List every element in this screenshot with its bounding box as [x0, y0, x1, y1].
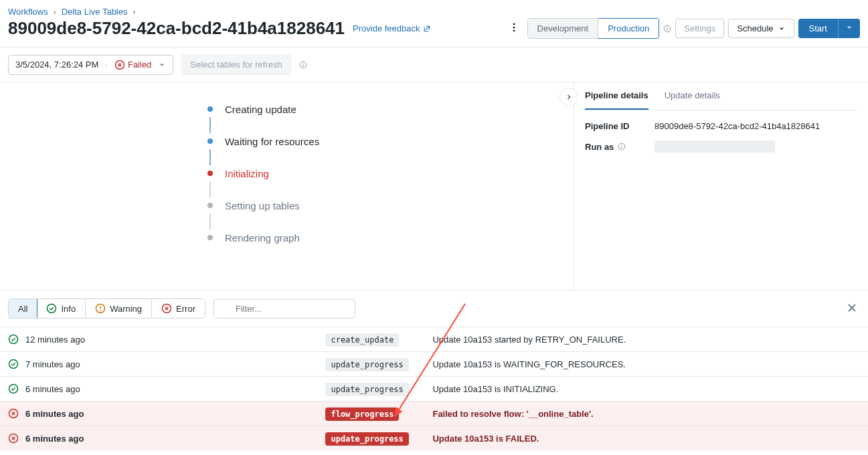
breadcrumb-dlt[interactable]: Delta Live Tables	[62, 7, 128, 17]
error-icon	[161, 303, 172, 314]
schedule-label: Schedule	[737, 23, 773, 33]
filter-warning[interactable]: Warning	[86, 299, 152, 318]
log-time: 12 minutes ago	[25, 335, 85, 345]
pipeline-id-label: Pipeline ID	[585, 121, 655, 131]
info-icon[interactable]	[618, 143, 626, 151]
log-time: 6 minutes ago	[25, 409, 84, 419]
filter-warning-label: Warning	[110, 304, 142, 314]
stage-dot	[207, 203, 213, 208]
filter-error-label: Error	[176, 304, 195, 314]
development-tab[interactable]: Development	[527, 18, 599, 39]
check-circle-icon	[8, 383, 19, 394]
close-icon	[847, 302, 857, 313]
info-icon[interactable]	[663, 25, 671, 33]
tab-update-details[interactable]: Update details	[665, 82, 720, 110]
filter-all[interactable]: All	[8, 298, 37, 318]
select-tables-button: Select tables for refresh	[181, 54, 290, 75]
stage-initializing: Initializing	[225, 168, 269, 179]
log-level-filter: All Info Warning Error	[8, 298, 205, 318]
more-options-button[interactable]	[505, 18, 523, 39]
stage-dot	[207, 106, 213, 112]
filter-info[interactable]: Info	[37, 299, 86, 318]
chevron-down-icon	[845, 23, 853, 31]
log-filter-input[interactable]	[213, 299, 355, 318]
run-timestamp: 3/5/2024, 7:26:24 PM	[15, 60, 98, 70]
breadcrumb-workflows[interactable]: Workflows	[8, 7, 48, 17]
chevron-right-icon	[565, 93, 573, 101]
provide-feedback-label: Provide feedback	[353, 23, 420, 33]
stage-setting-up-tables: Setting up tables	[225, 200, 300, 211]
filter-error[interactable]: Error	[152, 299, 205, 318]
info-icon[interactable]	[299, 61, 307, 69]
check-circle-icon	[8, 334, 19, 345]
mode-segment: Development Production	[527, 18, 660, 39]
kebab-icon	[509, 22, 519, 33]
production-tab[interactable]: Production	[598, 18, 659, 39]
log-tag: update_progress	[325, 432, 408, 446]
log-message: Failed to resolve flow: '__online_table'…	[424, 401, 868, 426]
run-as-label: Run as	[585, 142, 614, 152]
run-selector[interactable]: 3/5/2024, 7:26:24 PM · Failed	[8, 55, 173, 75]
log-table: 12 minutes ago create_update Update 10a1…	[0, 327, 868, 450]
log-row[interactable]: 6 minutes ago update_progress Update 10a…	[0, 377, 868, 401]
stage-dot	[207, 139, 213, 144]
log-time: 6 minutes ago	[25, 384, 80, 394]
check-circle-icon	[46, 303, 57, 314]
filter-info-label: Info	[61, 304, 76, 314]
chevron-down-icon	[158, 61, 166, 69]
schedule-button[interactable]: Schedule	[728, 19, 794, 38]
tab-pipeline-details[interactable]: Pipeline details	[585, 82, 648, 110]
run-as-value	[655, 141, 775, 153]
log-tag: flow_progress	[325, 407, 399, 421]
start-dropdown-button[interactable]	[838, 19, 860, 38]
log-tag: update_progress	[325, 358, 408, 371]
error-icon	[8, 433, 19, 444]
chevron-right-icon: ›	[133, 7, 135, 17]
chevron-down-icon	[778, 25, 786, 33]
log-message: Update 10a153 is FAILED.	[424, 426, 868, 451]
log-row[interactable]: 12 minutes ago create_update Update 10a1…	[0, 327, 868, 352]
error-icon	[8, 408, 19, 419]
stage-creating-update: Creating update	[225, 104, 296, 115]
run-status-label: Failed	[128, 60, 151, 70]
log-message: Update 10a153 is INITIALIZING.	[424, 377, 868, 401]
provide-feedback-link[interactable]: Provide feedback	[353, 23, 430, 33]
log-row[interactable]: 7 minutes ago update_progress Update 10a…	[0, 352, 868, 377]
log-time: 6 minutes ago	[25, 434, 84, 444]
breadcrumb: Workflows › Delta Live Tables ›	[0, 0, 868, 17]
run-status-failed: Failed	[114, 60, 151, 70]
log-row[interactable]: 6 minutes ago update_progress Update 10a…	[0, 426, 868, 451]
close-logs-button[interactable]	[844, 300, 860, 318]
stage-waiting-resources: Waiting for resources	[225, 136, 319, 147]
start-group: Start	[798, 19, 860, 38]
settings-button[interactable]: Settings	[675, 19, 724, 38]
stage-dot	[207, 171, 213, 176]
error-icon	[114, 60, 125, 70]
chevron-right-icon: ›	[54, 7, 56, 17]
log-message: Update 10a153 is WAITING_FOR_RESOURCES.	[424, 352, 868, 377]
log-row[interactable]: 6 minutes ago flow_progress Failed to re…	[0, 401, 868, 426]
details-sidebar: Pipeline details Update details Pipeline…	[574, 82, 868, 290]
start-button[interactable]: Start	[798, 19, 838, 38]
stage-rendering-graph: Rendering graph	[225, 232, 300, 244]
pipeline-id-value: 89009de8-5792-42ca-bcd2-41b4a1828641	[655, 121, 820, 131]
check-circle-icon	[8, 359, 19, 369]
external-link-icon	[423, 25, 431, 33]
log-tag: create_update	[325, 333, 399, 347]
page-title: 89009de8-5792-42ca-bcd2-41b4a1828641	[8, 18, 345, 39]
log-tag: update_progress	[325, 383, 408, 396]
log-message: Update 10a153 started by RETRY_ON_FAILUR…	[424, 327, 868, 352]
warning-icon	[95, 303, 106, 314]
log-time: 7 minutes ago	[25, 359, 80, 369]
pipeline-canvas: Creating update Waiting for resources In…	[0, 82, 574, 290]
collapse-sidebar-button[interactable]	[559, 88, 578, 106]
stage-dot	[207, 235, 213, 240]
